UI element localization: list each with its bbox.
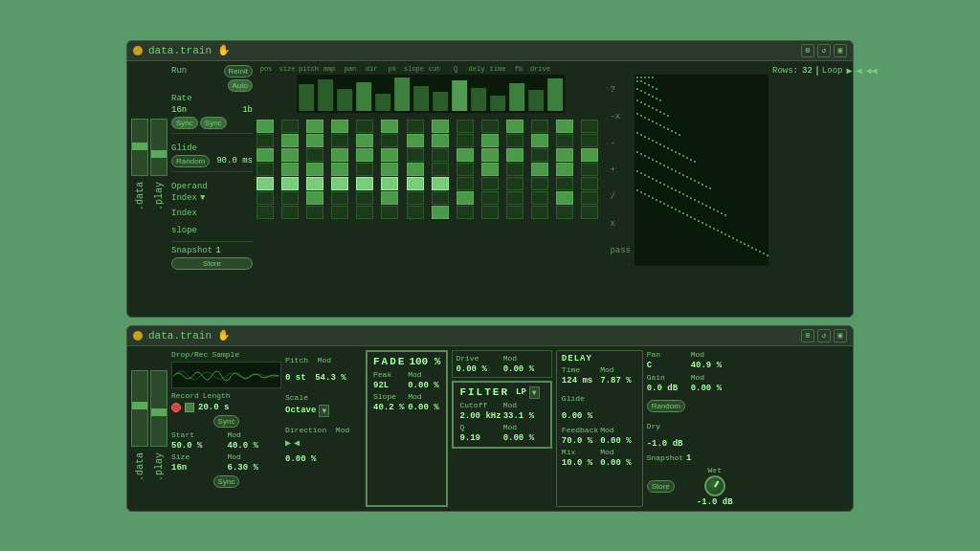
play-arrow[interactable]: ▶ [846, 65, 852, 77]
seq-cell[interactable] [481, 206, 499, 219]
seq-cell[interactable] [457, 120, 474, 133]
seq-cell[interactable] [281, 163, 299, 176]
seq-cell[interactable] [432, 148, 449, 162]
seq-cell[interactable] [281, 206, 299, 219]
filter-type-arrow[interactable]: ▼ [529, 386, 540, 399]
seq-cell[interactable] [481, 134, 499, 147]
seq-cell[interactable] [506, 206, 523, 219]
seq-cell[interactable] [432, 191, 449, 205]
seq-cell[interactable] [432, 134, 449, 147]
wc-btn-grid-b[interactable]: ⊞ [801, 329, 814, 342]
seq-cell[interactable] [407, 120, 424, 133]
wc-btn-refresh[interactable]: ↺ [817, 44, 831, 57]
seq-cell[interactable] [331, 148, 348, 162]
wc-btn-save[interactable]: ▣ [834, 44, 847, 57]
seq-cell[interactable] [407, 163, 424, 176]
seq-cell[interactable] [481, 163, 499, 176]
seq-cell[interactable] [281, 148, 299, 162]
seq-cell[interactable] [356, 177, 373, 190]
fader-play[interactable] [150, 119, 167, 176]
seq-cell[interactable] [381, 163, 398, 176]
seq-cell[interactable] [256, 148, 274, 162]
seq-cell[interactable] [556, 148, 573, 162]
back-button-bottom[interactable]: ◀ [294, 437, 300, 449]
play-button-bottom[interactable]: ▶ [285, 437, 291, 449]
seq-cell[interactable] [506, 148, 523, 162]
seq-cell[interactable] [356, 120, 373, 133]
seq-cell[interactable] [306, 191, 323, 205]
store-button-bottom[interactable]: Store [647, 480, 675, 493]
seq-cell[interactable] [306, 163, 323, 176]
seq-cell[interactable] [506, 134, 523, 147]
seq-cell[interactable] [457, 206, 474, 219]
seq-cell[interactable] [407, 206, 424, 219]
seq-cell[interactable] [457, 134, 474, 147]
random-button-bottom[interactable]: Random [647, 400, 685, 412]
seq-cell[interactable] [331, 134, 348, 147]
seq-cell[interactable] [331, 120, 348, 133]
wc-btn-grid[interactable]: ⊞ [801, 44, 814, 57]
seq-cell[interactable] [556, 177, 573, 190]
seq-cell[interactable] [457, 177, 474, 190]
seq-cell[interactable] [281, 191, 299, 205]
seq-cell[interactable] [407, 191, 424, 205]
seq-cell[interactable] [531, 163, 548, 176]
seq-cell[interactable] [356, 206, 373, 219]
seq-cell[interactable] [506, 191, 523, 205]
seq-cell[interactable] [331, 206, 348, 219]
seq-cell[interactable] [506, 163, 523, 176]
seq-cell[interactable] [356, 148, 373, 162]
seq-cell[interactable] [556, 163, 573, 176]
seq-cell[interactable] [256, 206, 274, 219]
seq-cell[interactable] [306, 177, 323, 190]
seq-cell[interactable] [256, 134, 274, 147]
seq-cell[interactable] [506, 120, 523, 133]
seq-cell[interactable] [306, 120, 323, 133]
sync-button-2[interactable]: Sync [200, 117, 227, 129]
auto-button[interactable]: Auto [228, 79, 253, 92]
rec-button[interactable] [171, 403, 181, 412]
sync-button-bottom[interactable]: Sync [213, 415, 240, 428]
seq-cell[interactable] [432, 120, 449, 133]
seq-cell[interactable] [407, 134, 424, 147]
traffic-light-bottom[interactable] [133, 331, 143, 341]
seq-cell[interactable] [556, 206, 573, 219]
fader-data-bottom[interactable] [131, 370, 148, 447]
seq-cell[interactable] [531, 177, 548, 190]
seq-cell[interactable] [381, 134, 398, 147]
seq-cell[interactable] [457, 191, 474, 205]
seq-cell[interactable] [331, 191, 348, 205]
seq-cell[interactable] [531, 120, 548, 133]
seq-cell[interactable] [306, 206, 323, 219]
wc-btn-save-b[interactable]: ▣ [834, 329, 847, 342]
seq-cell[interactable] [506, 177, 523, 190]
wet-knob[interactable] [704, 475, 725, 496]
seq-cell[interactable] [407, 148, 424, 162]
seq-cell[interactable] [356, 163, 373, 176]
back-arrow[interactable]: ◀ [856, 65, 861, 77]
seq-cell[interactable] [256, 191, 274, 205]
seq-cell[interactable] [481, 120, 499, 133]
seq-cell[interactable] [281, 120, 299, 133]
seq-cell[interactable] [556, 120, 573, 133]
seq-cell[interactable] [481, 191, 499, 205]
seq-cell[interactable] [581, 206, 598, 219]
seq-cell[interactable] [481, 148, 499, 162]
seq-cell[interactable] [381, 191, 398, 205]
seq-cell[interactable] [256, 163, 274, 176]
seq-cell[interactable] [432, 177, 449, 190]
seq-cell[interactable] [432, 206, 449, 219]
end-arrow[interactable]: ◀◀ [866, 65, 878, 77]
seq-cell[interactable] [457, 148, 474, 162]
seq-cell[interactable] [356, 191, 373, 205]
seq-cell[interactable] [581, 134, 598, 147]
seq-cell[interactable] [356, 134, 373, 147]
seq-cell[interactable] [407, 177, 424, 190]
seq-cell[interactable] [306, 148, 323, 162]
seq-cell[interactable] [281, 177, 299, 190]
stop-button[interactable] [185, 403, 194, 412]
traffic-light-top[interactable] [133, 46, 143, 55]
fader-play-bottom[interactable] [150, 370, 167, 447]
seq-cell[interactable] [381, 206, 398, 219]
scale-arrow[interactable]: ▼ [319, 405, 329, 417]
